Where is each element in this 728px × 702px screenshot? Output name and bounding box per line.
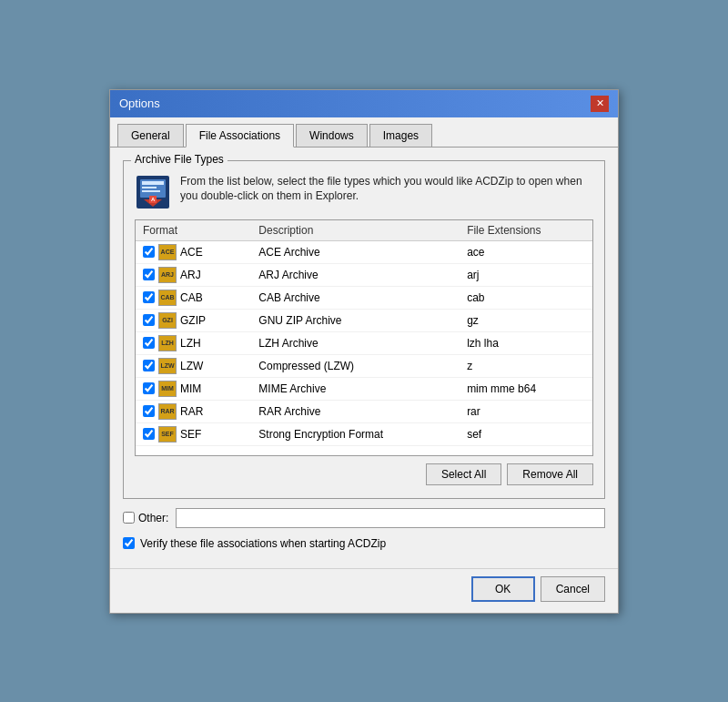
format-label: GZIP bbox=[180, 314, 206, 327]
description-cell: GNU ZIP Archive bbox=[251, 309, 460, 331]
extensions-cell: ace bbox=[460, 240, 592, 263]
format-label: LZH bbox=[180, 337, 201, 350]
format-icon: RAR bbox=[158, 403, 177, 420]
description-cell: Strong Encryption Format bbox=[251, 422, 460, 445]
format-cell: LZW LZW bbox=[136, 354, 251, 377]
table-row: MIM MIM MIME Archivemim mme b64 bbox=[136, 377, 592, 400]
description-cell: Compressed (LZW) bbox=[251, 354, 460, 377]
table-row: CAB CAB CAB Archivecab bbox=[136, 286, 592, 309]
format-cell: ARJ ARJ bbox=[136, 263, 251, 286]
format-cell: ACE ACE bbox=[136, 240, 251, 263]
archive-file-types-group: Archive File Types A bbox=[123, 160, 605, 499]
verify-checkbox[interactable] bbox=[123, 537, 135, 549]
tab-general[interactable]: General bbox=[117, 124, 184, 148]
format-label: SEF bbox=[180, 428, 201, 441]
format-cell: LZH LZH bbox=[136, 331, 251, 354]
other-row: Other: bbox=[123, 508, 605, 528]
file-types-table: Format Description File Extensions ACE A… bbox=[136, 220, 592, 446]
description-cell: MIME Archive bbox=[251, 377, 460, 400]
other-input[interactable] bbox=[176, 508, 605, 528]
extensions-cell: rar bbox=[460, 400, 592, 422]
col-extensions: File Extensions bbox=[460, 220, 592, 241]
extensions-cell: arj bbox=[460, 263, 592, 286]
table-row: SEF SEF Strong Encryption Formatsef bbox=[136, 422, 592, 445]
row-checkbox[interactable] bbox=[143, 382, 155, 394]
format-label: RAR bbox=[180, 405, 203, 418]
format-icon: ACE bbox=[158, 244, 177, 260]
list-scroll[interactable]: Format Description File Extensions ACE A… bbox=[136, 220, 592, 455]
format-icon: ARJ bbox=[158, 267, 177, 283]
table-row: LZW LZW Compressed (LZW)z bbox=[136, 354, 592, 377]
format-cell: CAB CAB bbox=[136, 286, 251, 309]
format-label: ARJ bbox=[180, 269, 201, 281]
format-cell: GZI GZIP bbox=[136, 309, 251, 331]
row-checkbox[interactable] bbox=[143, 314, 155, 326]
dialog-title: Options bbox=[119, 97, 160, 110]
col-format: Format bbox=[136, 220, 251, 241]
select-all-button[interactable]: Select All bbox=[426, 463, 501, 485]
list-buttons: Select All Remove All bbox=[135, 463, 593, 485]
footer-buttons: OK Cancel bbox=[110, 568, 618, 613]
extensions-cell: z bbox=[460, 354, 592, 377]
svg-text:A: A bbox=[151, 197, 156, 202]
tab-images[interactable]: Images bbox=[369, 124, 432, 148]
tab-bar: General File Associations Windows Images bbox=[110, 117, 618, 148]
format-icon: SEF bbox=[158, 426, 177, 443]
tab-windows[interactable]: Windows bbox=[296, 124, 368, 148]
row-checkbox[interactable] bbox=[143, 405, 155, 417]
extensions-cell: gz bbox=[460, 309, 592, 331]
format-cell: SEF SEF bbox=[136, 422, 251, 445]
description-area: A From the list below, select the file t… bbox=[135, 174, 593, 210]
svg-rect-3 bbox=[142, 187, 157, 188]
row-checkbox[interactable] bbox=[143, 269, 155, 280]
format-icon: LZH bbox=[158, 335, 177, 351]
format-icon: CAB bbox=[158, 290, 177, 306]
table-row: GZI GZIP GNU ZIP Archivegz bbox=[136, 309, 592, 331]
format-label: LZW bbox=[180, 360, 203, 372]
svg-rect-2 bbox=[142, 181, 164, 185]
cancel-button[interactable]: Cancel bbox=[541, 576, 605, 602]
verify-row: Verify these file associations when star… bbox=[123, 537, 605, 550]
format-icon: LZW bbox=[158, 358, 177, 374]
options-dialog: Options ✕ General File Associations Wind… bbox=[109, 89, 619, 614]
table-row: ARJ ARJ ARJ Archivearj bbox=[136, 263, 592, 286]
row-checkbox[interactable] bbox=[143, 246, 155, 258]
other-label[interactable]: Other: bbox=[123, 512, 168, 524]
tab-file-associations[interactable]: File Associations bbox=[186, 124, 294, 148]
format-icon: GZI bbox=[158, 312, 177, 329]
extensions-cell: sef bbox=[460, 422, 592, 445]
app-icon: A bbox=[135, 174, 171, 210]
table-row: LZH LZH LZH Archivelzh lha bbox=[136, 331, 592, 354]
description-cell: ARJ Archive bbox=[251, 263, 460, 286]
row-checkbox[interactable] bbox=[143, 428, 155, 440]
description-cell: LZH Archive bbox=[251, 331, 460, 354]
extensions-cell: cab bbox=[460, 286, 592, 309]
tab-content: Archive File Types A bbox=[110, 148, 618, 568]
description-cell: ACE Archive bbox=[251, 240, 460, 263]
group-box-title: Archive File Types bbox=[131, 153, 228, 166]
format-label: CAB bbox=[180, 291, 203, 304]
close-button[interactable]: ✕ bbox=[591, 96, 609, 112]
row-checkbox[interactable] bbox=[143, 291, 155, 303]
row-checkbox[interactable] bbox=[143, 360, 155, 371]
verify-label: Verify these file associations when star… bbox=[140, 537, 386, 550]
extensions-cell: lzh lha bbox=[460, 331, 592, 354]
format-label: ACE bbox=[180, 246, 203, 259]
title-bar: Options ✕ bbox=[110, 90, 618, 117]
ok-button[interactable]: OK bbox=[471, 576, 535, 602]
description-cell: CAB Archive bbox=[251, 286, 460, 309]
format-cell: RAR RAR bbox=[136, 400, 251, 422]
file-types-list: Format Description File Extensions ACE A… bbox=[135, 219, 593, 456]
description-cell: RAR Archive bbox=[251, 400, 460, 422]
format-cell: MIM MIM bbox=[136, 377, 251, 400]
format-label: MIM bbox=[180, 382, 201, 395]
remove-all-button[interactable]: Remove All bbox=[507, 463, 593, 485]
svg-rect-4 bbox=[142, 190, 160, 192]
description-text: From the list below, select the file typ… bbox=[180, 174, 593, 205]
table-row: RAR RAR RAR Archiverar bbox=[136, 400, 592, 422]
table-row: ACE ACE ACE Archiveace bbox=[136, 240, 592, 263]
extensions-cell: mim mme b64 bbox=[460, 377, 592, 400]
row-checkbox[interactable] bbox=[143, 337, 155, 349]
other-checkbox[interactable] bbox=[123, 512, 135, 524]
format-icon: MIM bbox=[158, 381, 177, 397]
